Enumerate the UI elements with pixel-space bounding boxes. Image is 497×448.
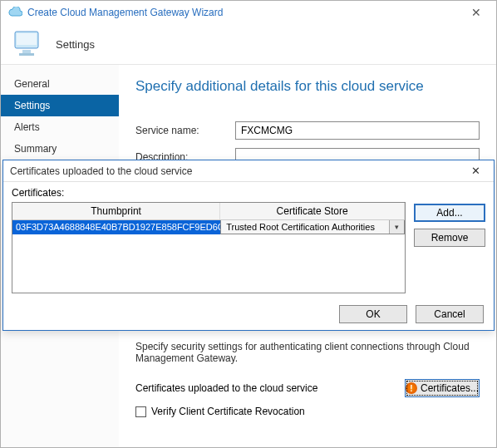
certificates-dialog: Certificates uploaded to the cloud servi…	[2, 160, 495, 331]
certificates-button-label: Certificates...	[421, 382, 479, 394]
sidebar-item-settings[interactable]: Settings	[1, 95, 119, 116]
dialog-side-buttons: Add... Remove	[414, 187, 485, 293]
sidebar-item-summary[interactable]: Summary	[1, 138, 119, 160]
cell-store-dropdown[interactable]: Trusted Root Certification Authorities ▾	[220, 220, 405, 234]
banner-title: Settings	[56, 38, 95, 51]
certificates-uploaded-label: Certificates uploaded to the cloud servi…	[135, 382, 405, 394]
cell-thumbprint: 03F3D73A4688848E40B7BD1927E858FCF9ED6C10	[12, 220, 220, 234]
dialog-titlebar: Certificates uploaded to the cloud servi…	[3, 160, 494, 182]
dialog-left-panel: Certificates: Thumbprint Certificate Sto…	[12, 187, 406, 293]
dialog-close-button[interactable]: ✕	[464, 164, 487, 179]
wizard-close-button[interactable]: ✕	[463, 4, 490, 21]
certificates-table: Thumbprint Certificate Store 03F3D73A468…	[12, 202, 406, 293]
security-note: Specify security settings for authentica…	[135, 341, 480, 364]
service-name-row: Service name:	[135, 121, 480, 140]
certificates-list-label: Certificates:	[12, 187, 406, 199]
service-name-input[interactable]	[235, 121, 480, 140]
svg-rect-2	[22, 50, 31, 53]
column-thumbprint[interactable]: Thumbprint	[12, 203, 220, 219]
wizard-title: Create Cloud Management Gateway Wizard	[27, 7, 223, 18]
ok-button[interactable]: OK	[339, 305, 407, 323]
dialog-body: Certificates: Thumbprint Certificate Sto…	[3, 182, 494, 298]
svg-rect-3	[19, 53, 34, 56]
certificates-button[interactable]: ! Certificates...	[405, 379, 480, 397]
remove-button[interactable]: Remove	[414, 229, 485, 247]
sidebar-item-general[interactable]: General	[1, 73, 119, 95]
wizard-banner: Settings	[1, 24, 496, 64]
verify-revocation-row: Verify Client Certificate Revocation	[135, 406, 480, 417]
add-button[interactable]: Add...	[414, 204, 485, 222]
store-selected-value: Trusted Root Certification Authorities	[221, 220, 389, 234]
dialog-footer: OK Cancel	[3, 298, 494, 330]
column-store[interactable]: Certificate Store	[220, 203, 405, 219]
dialog-title: Certificates uploaded to the cloud servi…	[10, 165, 192, 177]
chevron-down-icon[interactable]: ▾	[389, 220, 404, 234]
sidebar-item-alerts[interactable]: Alerts	[1, 116, 119, 138]
table-row[interactable]: 03F3D73A4688848E40B7BD1927E858FCF9ED6C10…	[12, 220, 405, 234]
verify-revocation-label: Verify Client Certificate Revocation	[151, 406, 305, 417]
page-heading: Specify additional details for this clou…	[135, 78, 480, 95]
close-icon: ✕	[471, 165, 480, 177]
warning-icon: !	[406, 382, 417, 394]
cloud-icon	[7, 7, 22, 18]
service-name-label: Service name:	[135, 125, 235, 136]
table-header: Thumbprint Certificate Store	[12, 203, 405, 220]
svg-rect-1	[17, 33, 37, 45]
verify-revocation-checkbox[interactable]	[135, 406, 146, 417]
cancel-button[interactable]: Cancel	[416, 305, 484, 323]
computer-icon	[12, 29, 46, 59]
close-icon: ✕	[471, 6, 481, 19]
certificates-row: Certificates uploaded to the cloud servi…	[135, 379, 480, 397]
wizard-titlebar: Create Cloud Management Gateway Wizard ✕	[1, 1, 496, 24]
